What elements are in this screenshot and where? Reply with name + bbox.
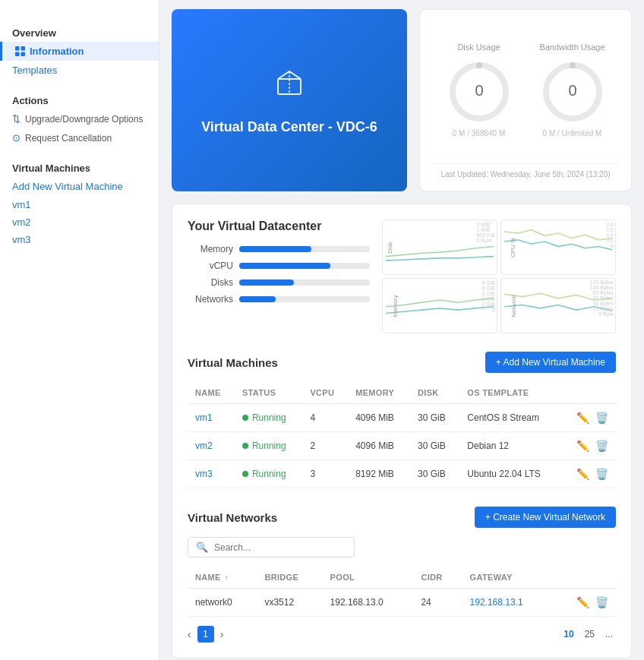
table-row: vm2 Running 2 4096 MiB 30 GiB Debian 12 …	[188, 432, 616, 460]
col-actions	[562, 382, 616, 404]
svg-text:0: 0	[475, 82, 483, 99]
vm-memory-cell: 4096 MiB	[348, 432, 410, 460]
vm-disk-cell: 30 GiB	[410, 460, 459, 488]
vm-actions-cell: ✏️ 🗑️	[562, 432, 616, 460]
vm-delete-button[interactable]: 🗑️	[595, 468, 608, 480]
page-size-more[interactable]: ...	[602, 627, 616, 641]
stat-bar	[239, 246, 311, 252]
upgrade-action[interactable]: ⇅ Upgrade/Downgrade Options	[0, 109, 159, 128]
vm-name-link[interactable]: vm3	[195, 469, 213, 479]
vn-col-gateway: GATEWAY	[462, 567, 554, 589]
page-size-10[interactable]: 10	[560, 627, 576, 641]
stat-bar-bg	[239, 246, 370, 252]
vn-search-bar: 🔍	[188, 537, 355, 557]
vn-col-name: NAME ↑	[188, 567, 257, 589]
svg-rect-0	[15, 46, 20, 51]
stat-row: Disks	[188, 277, 370, 288]
vm-os-cell: Ubuntu 22.04 LTS	[459, 460, 561, 488]
svg-rect-3	[21, 52, 25, 57]
actions-section: Actions ⇅ Upgrade/Downgrade Options ⊙ Re…	[0, 89, 159, 147]
vm-edit-button[interactable]: ✏️	[576, 440, 589, 452]
vm-table-section: Virtual Machines + Add New Virtual Machi…	[188, 352, 616, 488]
vms-section: Virtual Machines Add New Virtual Machine…	[0, 156, 159, 248]
status-dot	[242, 443, 248, 449]
usage-card: Disk Usage 0 0 M / 368640 M Bandwidth Us…	[419, 9, 632, 191]
add-vm-sidebar-link[interactable]: Add New Virtual Machine	[0, 177, 159, 196]
vn-pool-cell: 192.168.13.0	[323, 589, 414, 617]
sidebar-item-information[interactable]: Information	[0, 42, 159, 61]
upgrade-label: Upgrade/Downgrade Options	[25, 114, 143, 125]
cancel-action[interactable]: ⊙ Request Cancellation	[0, 128, 159, 147]
vn-search-bar-wrap: 🔍	[188, 537, 616, 557]
stat-label: Memory	[188, 244, 233, 254]
vm-name-link[interactable]: vm2	[195, 441, 213, 451]
bandwidth-label: Bandwidth Usage	[539, 43, 605, 52]
actions-heading: Actions	[0, 89, 159, 109]
vms-heading: Virtual Machines	[0, 156, 159, 177]
network-chart-scale: 120 Bytes100 Bytes80 Bytes60 Bytes40 Byt…	[590, 279, 614, 317]
sidebar-item-templates[interactable]: Templates	[0, 61, 159, 80]
top-row: Virtual Data Center - VDC-6 Disk Usage 0…	[172, 9, 632, 191]
table-row: vm3 Running 3 8192 MiB 30 GiB Ubuntu 22.…	[188, 460, 616, 488]
vm-status-cell: Running	[235, 432, 303, 460]
vm-edit-button[interactable]: ✏️	[576, 468, 589, 480]
memory-chart-ylabel: Memory	[392, 295, 399, 317]
usage-gauges: Disk Usage 0 0 M / 368640 M Bandwidth Us…	[432, 22, 619, 157]
network-chart-ylabel: Network	[510, 295, 517, 317]
vm-memory-cell: 8192 MiB	[348, 460, 410, 488]
vn-gateway-link[interactable]: 192.168.13.1	[470, 597, 523, 608]
stat-row: Memory	[188, 244, 370, 254]
dc-top: Your Virtual Datacenter Memory vCPU Disk…	[188, 219, 616, 333]
prev-page-button[interactable]: ‹	[188, 628, 191, 640]
vm-section-title: Virtual Machines	[188, 356, 278, 369]
page-buttons: ‹ 1 ›	[188, 626, 223, 643]
vn-table-header-row: NAME ↑ BRIDGE POOL CIDR GATEWAY	[188, 567, 616, 589]
vm-action-icons: ✏️ 🗑️	[570, 412, 608, 424]
upgrade-icon: ⇅	[12, 113, 21, 125]
disk-chart-scale: 2 MiB1 MiB500 KiB0 Byte	[476, 222, 495, 243]
add-network-button[interactable]: + Create New Virtual Network	[475, 507, 616, 528]
vm-status: Running	[242, 441, 295, 451]
sidebar-vm2-link[interactable]: vm2	[0, 213, 159, 231]
next-page-button[interactable]: ›	[220, 628, 224, 640]
col-disk: DISK	[410, 382, 459, 404]
sidebar-vm3-link[interactable]: vm3	[0, 231, 159, 248]
col-memory: MEMORY	[348, 382, 410, 404]
add-vm-button[interactable]: + Add New Virtual Machine	[485, 352, 616, 373]
stat-row: vCPU	[188, 261, 370, 271]
stat-label: vCPU	[188, 261, 233, 271]
vm-action-icons: ✏️ 🗑️	[570, 468, 608, 480]
page-1-button[interactable]: 1	[197, 626, 214, 643]
vm-edit-button[interactable]: ✏️	[576, 412, 589, 424]
stat-rows: Memory vCPU Disks Networks	[188, 244, 370, 305]
col-status: STATUS	[235, 382, 303, 404]
vm-delete-button[interactable]: 🗑️	[595, 412, 608, 424]
stat-bar-bg	[239, 279, 370, 286]
vn-search-input[interactable]	[214, 542, 346, 553]
col-vcpu: VCPU	[302, 382, 348, 404]
disk-gauge-svg: 0	[445, 58, 513, 126]
vm-os-cell: Debian 12	[459, 432, 561, 460]
vn-actions-cell: ✏️ 🗑️	[553, 589, 616, 617]
vm-delete-button[interactable]: 🗑️	[595, 440, 608, 452]
table-row: vm1 Running 4 4096 MiB 30 GiB CentOS 8 S…	[188, 404, 616, 432]
page-sizes: 10 25 ...	[560, 627, 616, 641]
vm-status-cell: Running	[235, 404, 303, 432]
chart-disk: Disk 2 MiB1 MiB500 KiB0 Byte	[382, 219, 497, 275]
vm-name-link[interactable]: vm1	[195, 412, 213, 423]
vm-disk-cell: 30 GiB	[410, 432, 459, 460]
vm-table: NAME STATUS VCPU MEMORY DISK OS TEMPLATE…	[188, 382, 616, 488]
vm-section-header: Virtual Machines + Add New Virtual Machi…	[188, 352, 616, 373]
main-content: Virtual Data Center - VDC-6 Disk Usage 0…	[159, 0, 644, 660]
bandwidth-gauge: Bandwidth Usage 0 0 M / Unlimited M	[538, 43, 607, 137]
page-size-25[interactable]: 25	[582, 627, 598, 641]
sidebar: Overview Information Templates Actions ⇅…	[0, 0, 159, 660]
sidebar-vm1-link[interactable]: vm1	[0, 196, 159, 213]
stat-bar-bg	[239, 263, 370, 269]
sort-icon: ↑	[225, 573, 229, 582]
memory-chart-svg	[386, 282, 494, 327]
vn-edit-button[interactable]: ✏️	[576, 596, 589, 608]
vn-delete-button[interactable]: 🗑️	[595, 596, 608, 608]
vm-vcpu-cell: 4	[302, 404, 348, 432]
hero-title: Virtual Data Center - VDC-6	[201, 119, 377, 135]
